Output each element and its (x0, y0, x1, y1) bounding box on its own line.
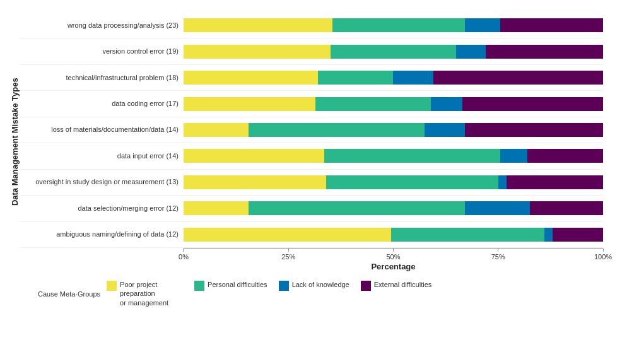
x-tick-label: 100% (594, 253, 612, 261)
bar-row: data selection/merging error (12) (20, 196, 603, 221)
legend-swatch (194, 281, 204, 291)
bar-track (184, 45, 603, 59)
bar-label: version control error (19) (20, 47, 184, 56)
bar-segment (456, 45, 486, 59)
bar-track (184, 201, 603, 215)
bar-segment (500, 149, 527, 163)
legend-title: Cause Meta-Groups (38, 290, 100, 298)
bar-segment (318, 71, 394, 85)
bar-segment (530, 201, 603, 215)
bar-segment (184, 45, 331, 59)
bar-track (184, 175, 603, 189)
x-tick: 50% (386, 249, 400, 261)
bar-segment (507, 175, 603, 189)
legend-swatch (279, 281, 289, 291)
legend-swatch (107, 281, 117, 291)
bar-segment (553, 228, 603, 242)
bar-row: version control error (19) (20, 38, 603, 64)
legend-area: Cause Meta-Groups Poor project preparati… (38, 280, 603, 307)
bar-label: oversight in study design or measurement… (20, 178, 184, 186)
chart-inner: wrong data processing/analysis (23)versi… (20, 13, 603, 271)
bar-label: loss of materials/documentation/data (14… (20, 126, 184, 134)
bar-row: loss of materials/documentation/data (14… (20, 117, 603, 143)
bar-segment (527, 149, 603, 163)
legend-text: Lack of knowledge (292, 280, 349, 289)
bar-track (184, 71, 603, 85)
legend-swatch (361, 281, 371, 291)
x-tick: 0% (179, 249, 189, 261)
bar-segment (498, 175, 507, 189)
x-tick-line (288, 249, 289, 252)
bar-track (184, 149, 603, 163)
bar-row: data coding error (17) (20, 91, 603, 117)
bar-label: technical/infrastructural problem (18) (20, 74, 184, 82)
bar-segment (184, 18, 332, 32)
legend-item: Personal difficulties (194, 280, 267, 291)
bar-segment (326, 175, 498, 189)
bar-row: data input error (14) (20, 143, 603, 169)
x-tick: 100% (594, 249, 612, 261)
bar-label: data input error (14) (20, 152, 184, 160)
bar-row: technical/infrastructural problem (18) (20, 65, 603, 91)
bar-segment (184, 123, 249, 137)
bar-segment (465, 123, 603, 137)
bar-segment (315, 97, 431, 111)
bar-segment (544, 228, 553, 242)
bar-segment (184, 175, 326, 189)
bar-label: wrong data processing/analysis (23) (20, 21, 184, 30)
bar-segment (393, 71, 433, 85)
bar-segment (249, 201, 464, 215)
bar-segment (500, 18, 603, 32)
bar-segment (391, 228, 544, 242)
x-tick-label: 75% (491, 253, 505, 261)
bar-segment (433, 71, 603, 85)
x-tick-label: 0% (179, 253, 189, 261)
bar-track (184, 18, 603, 32)
bar-segment (184, 97, 315, 111)
legend-text: Poor project preparation or management (120, 280, 183, 307)
bar-segment (331, 45, 457, 59)
bar-track (184, 123, 603, 137)
bar-segment (184, 201, 249, 215)
bar-row: oversight in study design or measurement… (20, 170, 603, 196)
chart-area: Data Management Mistake Types wrong data… (6, 13, 603, 271)
bar-row: wrong data processing/analysis (23) (20, 13, 603, 38)
x-tick-label: 25% (281, 253, 295, 261)
bars-section: wrong data processing/analysis (23)versi… (20, 13, 603, 248)
bar-segment (431, 97, 462, 111)
x-tick: 25% (281, 249, 295, 261)
legend-text: External difficulties (374, 280, 432, 289)
x-tick: 75% (491, 249, 505, 261)
x-ticks: 0%25%50%75%100% (184, 248, 603, 259)
y-axis-title: Data Management Mistake Types (6, 13, 20, 271)
bar-segment (462, 97, 603, 111)
x-tick-line (602, 249, 603, 252)
bar-segment (184, 71, 318, 85)
x-tick-line (498, 249, 498, 252)
bar-segment (465, 201, 530, 215)
bar-segment (465, 18, 501, 32)
bar-segment (184, 149, 324, 163)
bar-label: ambiguous naming/defining of data (12) (20, 230, 184, 238)
bar-row: ambiguous naming/defining of data (12) (20, 222, 603, 248)
bar-label: data selection/merging error (12) (20, 204, 184, 213)
bar-segment (425, 123, 464, 137)
legend-item: External difficulties (361, 280, 432, 291)
bar-track (184, 228, 603, 242)
bar-segment (184, 228, 391, 242)
bar-segment (249, 123, 425, 137)
bar-track (184, 97, 603, 111)
legend-item: Poor project preparation or management (107, 280, 183, 307)
legend-text: Personal difficulties (208, 280, 267, 289)
bar-segment (324, 149, 500, 163)
bar-segment (486, 45, 603, 59)
bar-segment (332, 18, 464, 32)
x-tick-label: 50% (386, 253, 400, 261)
x-axis-section: 0%25%50%75%100% Percentage (184, 248, 603, 271)
chart-container: Data Management Mistake Types wrong data… (0, 0, 622, 364)
x-tick-line (393, 249, 394, 252)
x-axis-title: Percentage (184, 262, 603, 271)
legend-item: Lack of knowledge (279, 280, 349, 291)
bar-label: data coding error (17) (20, 100, 184, 108)
x-tick-line (184, 249, 184, 252)
